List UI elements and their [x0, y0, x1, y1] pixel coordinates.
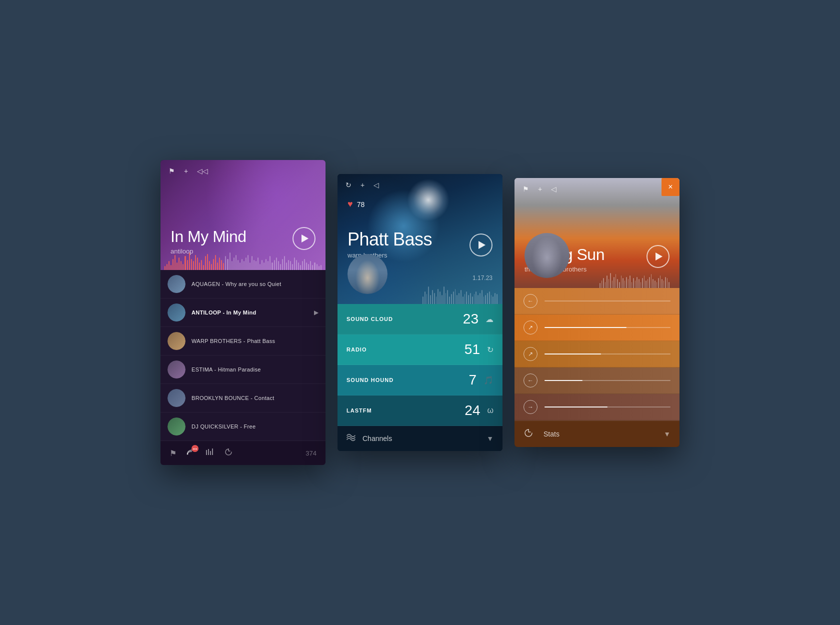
stats-label: Stats [544, 430, 560, 438]
mixer-row[interactable]: ↗ [514, 314, 680, 341]
svg-point-0 [187, 454, 188, 455]
card-player: ↻ + ◁ ♥ 78 Phatt Bass warp brothers [338, 174, 502, 451]
track-item[interactable]: WARP BROTHERS - Phatt Bass [160, 327, 326, 356]
mixer-slider-track[interactable] [544, 406, 670, 408]
track-name: DJ QUICKSILVER - Free [192, 424, 318, 430]
track-item[interactable]: BROOKLYN BOUNCE - Contact [160, 384, 326, 412]
card1-hero: ⚑ + ◁◁ In My Mind antiloop [160, 160, 326, 270]
mixer-slider-track[interactable] [544, 354, 670, 354]
card-playlist: ⚑ + ◁◁ In My Mind antiloop AQUAGEN - Why… [160, 160, 326, 465]
volume-icon-2[interactable]: ◁ [374, 181, 379, 189]
add-icon[interactable]: + [184, 167, 188, 175]
track-item[interactable]: AQUAGEN - Why are you so Quiet [160, 270, 326, 298]
card1-subtitle: antiloop [170, 248, 246, 255]
stat-value: 7 [468, 372, 476, 388]
mixer-slider-track[interactable] [544, 300, 670, 302]
play-triangle-3 [656, 252, 662, 260]
track-count: 374 [306, 450, 316, 457]
card2-hero: ↻ + ◁ ♥ 78 Phatt Bass warp brothers [338, 174, 502, 304]
heart-count: 78 [357, 200, 365, 208]
add-icon-3[interactable]: + [538, 185, 542, 193]
channels-label: Channels [362, 434, 486, 442]
timestamp: 1.17.23 [472, 274, 492, 282]
stat-label: SOUND CLOUD [346, 316, 463, 322]
mixer-direction-icon: ↗ [524, 347, 538, 361]
flag-icon[interactable]: ⚑ [168, 167, 175, 175]
loop-icon[interactable]: ↻ [346, 181, 352, 189]
card3-top-bar: ⚑ + ◁ × [514, 178, 680, 200]
stat-row[interactable]: LASTFM24ω [338, 396, 502, 426]
mixer-slider-fill [544, 354, 601, 354]
mixer-slider-fill [544, 380, 582, 381]
stat-service-icon: ☁ [486, 314, 494, 324]
play-button-2[interactable] [470, 234, 492, 256]
track-name: BROOKLYN BOUNCE - Contact [192, 395, 318, 401]
track-name: WARP BROTHERS - Phatt Bass [192, 338, 318, 344]
history-icon[interactable] [224, 448, 232, 458]
stats-chevron-icon[interactable]: ▼ [664, 430, 670, 438]
stat-value: 24 [464, 402, 480, 418]
notification-badge: ••• [192, 445, 198, 452]
card2-title: Phatt Bass [348, 230, 432, 250]
mixer-row[interactable]: ← [514, 288, 680, 314]
close-icon: × [668, 182, 672, 192]
track-list: AQUAGEN - Why are you so QuietANTILOOP -… [160, 270, 326, 441]
play-button-1[interactable] [292, 227, 316, 250]
stat-row[interactable]: SOUND HOUND7🎵 [338, 365, 502, 396]
svg-rect-2 [208, 449, 209, 455]
mixer-row[interactable]: → [514, 394, 680, 420]
stat-label: RADIO [346, 346, 464, 352]
card1-title-area: In My Mind antiloop [170, 228, 246, 255]
chevron-down-icon[interactable]: ▼ [486, 434, 494, 442]
play-triangle-2 [478, 241, 486, 249]
card3-hero: ⚑ + ◁ × Setting Sun the chemical brother… [514, 178, 680, 288]
rss-icon[interactable]: ••• [186, 448, 196, 458]
track-item[interactable]: DJ QUICKSILVER - Free [160, 412, 326, 441]
volume-icon[interactable]: ◁◁ [197, 167, 208, 175]
flag-icon-3[interactable]: ⚑ [522, 185, 529, 193]
card2-title-area: Phatt Bass warp brothers [348, 230, 432, 259]
mixer-direction-icon: ↗ [524, 320, 538, 334]
track-item[interactable]: ESTIMA - Hitman Paradise [160, 356, 326, 384]
channels-row[interactable]: Channels ▼ [338, 426, 502, 451]
active-play-icon: ▶ [314, 309, 318, 316]
svg-rect-1 [206, 450, 207, 455]
mixer-slider-track[interactable] [544, 380, 670, 381]
flag-bottom-icon[interactable]: ⚑ [170, 448, 176, 458]
card1-bottom-bar: ⚑ ••• [160, 441, 326, 465]
mixer-row[interactable]: ← [514, 368, 680, 394]
stat-service-icon: 🎵 [484, 376, 494, 385]
stat-label: SOUND HOUND [346, 377, 468, 383]
artist-avatar [348, 254, 388, 294]
close-button[interactable]: × [662, 178, 680, 196]
play-button-3[interactable] [646, 245, 670, 268]
stat-label: LASTFM [346, 408, 464, 414]
play-triangle-1 [302, 234, 308, 242]
card1-top-bar: ⚑ + ◁◁ [160, 160, 326, 182]
track-item[interactable]: ANTILOOP - In My Mind▶ [160, 298, 326, 327]
mixer-direction-icon: → [524, 400, 538, 414]
stat-value: 23 [463, 311, 478, 327]
add-icon-2[interactable]: + [360, 181, 364, 189]
mixer-slider-track[interactable] [544, 327, 670, 328]
stats-section: SOUND CLOUD23☁RADIO51↻SOUND HOUND7🎵LASTF… [338, 304, 502, 426]
volume-icon-3[interactable]: ◁ [551, 185, 556, 193]
mixer-slider-fill [544, 327, 626, 328]
mixer-row[interactable]: ↗ [514, 341, 680, 368]
heart-icon[interactable]: ♥ [348, 199, 353, 210]
equalizer-icon[interactable] [206, 448, 214, 458]
stat-value: 51 [464, 342, 480, 358]
card2-top-bar: ↻ + ◁ [338, 174, 502, 196]
stat-row[interactable]: SOUND CLOUD23☁ [338, 304, 502, 334]
mixer-slider-fill [544, 406, 608, 408]
card3-avatar [524, 233, 570, 278]
card1-title: In My Mind [170, 228, 246, 246]
svg-rect-4 [212, 448, 213, 455]
mixer-section: ←↗↗←→ [514, 288, 680, 420]
stat-row[interactable]: RADIO51↻ [338, 334, 502, 365]
svg-rect-3 [210, 451, 211, 455]
stats-history-icon[interactable] [524, 428, 534, 440]
card3-bottom-bar: Stats ▼ [514, 420, 680, 447]
stat-service-icon: ω [488, 406, 494, 415]
card-mixer: ⚑ + ◁ × Setting Sun the chemical brother… [514, 178, 680, 447]
